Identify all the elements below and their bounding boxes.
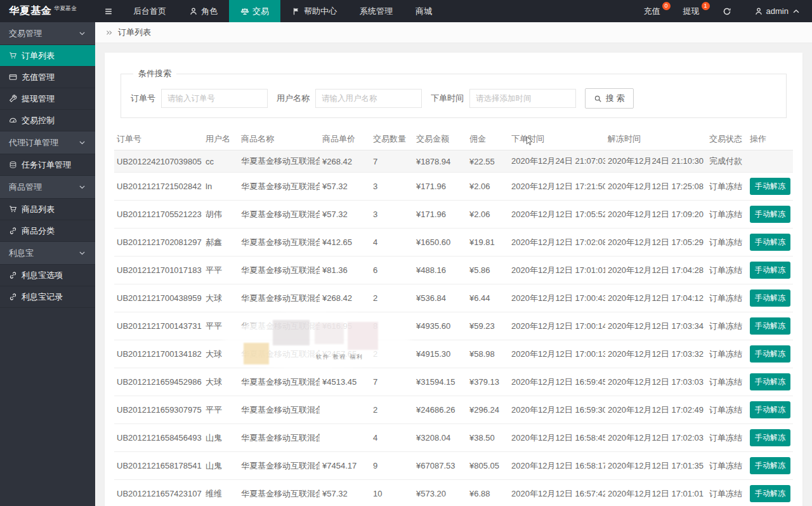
cell-quantity: 2 xyxy=(370,340,414,368)
unfreeze-button[interactable]: 手动解冻 xyxy=(750,178,790,195)
cell-amount: ¥536.84 xyxy=(414,284,467,312)
table-row: UB2012121701017183平平华夏基金移动互联混合¥81.366¥48… xyxy=(114,256,793,284)
order-time-input[interactable] xyxy=(469,89,576,108)
sidebar-item-product-list-label: 商品列表 xyxy=(22,204,55,215)
nav-item-help-center[interactable]: 帮助中心 xyxy=(280,0,348,22)
username-input[interactable] xyxy=(315,89,422,108)
sidebar-item-withdraw-management[interactable]: 提现管理 xyxy=(0,88,95,110)
cell-quantity: 7 xyxy=(370,150,414,173)
cell-unit-price: ¥57.32 xyxy=(320,201,370,229)
cell-commission: ¥6.88 xyxy=(467,480,509,506)
column-header: 用户名 xyxy=(203,128,239,150)
card-icon xyxy=(9,73,17,81)
cell-unit-price: ¥81.36 xyxy=(320,256,370,284)
cell-status: 订单冻结 xyxy=(707,229,747,256)
chevron-down-icon xyxy=(78,183,86,191)
cell-quantity: 4 xyxy=(370,424,414,452)
cell-unfreeze-time: 2020年12月12日 17:01:01 xyxy=(605,480,707,506)
unfreeze-button[interactable]: 手动解冻 xyxy=(750,457,790,474)
cell-product-name: 华夏基金移动互联混合 xyxy=(239,480,320,506)
refresh-button[interactable] xyxy=(711,0,743,22)
cell-commission: ¥5.86 xyxy=(467,256,509,284)
cell-unfreeze-time: 2020年12月12日 17:03:34 xyxy=(605,312,707,340)
sidebar-item-order-list[interactable]: 订单列表 xyxy=(0,45,95,67)
search-icon xyxy=(594,95,602,103)
navbar-right: 充值0提现1admin xyxy=(632,0,812,22)
cell-username: 大球 xyxy=(203,340,239,368)
nav-item-trade[interactable]: 交易 xyxy=(229,0,280,22)
cell-product-name: 华夏基金移动互联混合 xyxy=(239,173,320,201)
sidebar-group-lixibao-label: 利息宝 xyxy=(9,248,34,259)
unfreeze-button[interactable]: 手动解冻 xyxy=(750,401,790,418)
column-header: 交易状态 xyxy=(707,128,747,150)
cell-amount: ¥573.20 xyxy=(414,480,467,506)
main-content: 订单列表 条件搜索 订单号 用户名称 下单时间 搜 索 xyxy=(95,22,812,506)
sidebar-item-lixibao-records[interactable]: 利息宝记录 xyxy=(0,286,95,308)
unfreeze-button[interactable]: 手动解冻 xyxy=(750,290,790,307)
sidebar-group-lixibao[interactable]: 利息宝 xyxy=(0,242,95,265)
cell-quantity: 8 xyxy=(370,312,414,340)
nav-item-withdraw-badge: 1 xyxy=(702,2,710,10)
nav-item-system[interactable]: 系统管理 xyxy=(348,0,404,22)
nav-item-home[interactable]: 后台首页 xyxy=(122,0,178,22)
nav-item-mall-label: 商城 xyxy=(416,6,432,17)
sidebar-item-lixibao-options[interactable]: 利息宝选项 xyxy=(0,265,95,286)
sidebar-item-recharge-management[interactable]: 充值管理 xyxy=(0,67,95,88)
cell-commission: ¥58.98 xyxy=(467,340,509,368)
cell-product-name: 华夏基金移动互联混合 xyxy=(239,229,320,256)
nav-item-roles[interactable]: 角色 xyxy=(178,0,229,22)
cell-status: 订单冻结 xyxy=(707,340,747,368)
cell-status: 订单冻结 xyxy=(707,284,747,312)
unfreeze-button[interactable]: 手动解冻 xyxy=(750,485,790,502)
cell-amount: ¥488.16 xyxy=(414,256,467,284)
unfreeze-button[interactable]: 手动解冻 xyxy=(750,317,790,335)
unfreeze-button[interactable]: 手动解冻 xyxy=(750,345,790,363)
nav-item-recharge[interactable]: 充值0 xyxy=(632,0,672,22)
user-icon xyxy=(189,7,198,16)
unfreeze-button[interactable]: 手动解冻 xyxy=(750,234,790,251)
admin-menu[interactable]: admin xyxy=(743,0,812,22)
cell-username: 山鬼 xyxy=(203,452,239,480)
cell-username: cc xyxy=(203,150,239,173)
cart-icon xyxy=(9,205,17,213)
cell-unfreeze-time: 2020年12月12日 17:25:08 xyxy=(605,173,707,201)
unfreeze-button[interactable]: 手动解冻 xyxy=(750,373,790,390)
sidebar-item-product-list[interactable]: 商品列表 xyxy=(0,199,95,220)
sidebar-group-trade-management[interactable]: 交易管理 xyxy=(0,22,95,45)
sidebar-group-product-management-label: 商品管理 xyxy=(9,182,42,193)
cell-action: 手动解冻 xyxy=(747,173,793,201)
cell-order-time: 2020年12月12日 17:01:01 xyxy=(509,256,605,284)
sidebar-item-withdraw-management-label: 提现管理 xyxy=(22,93,55,105)
sidebar-group-agent-order-management[interactable]: 代理订单管理 xyxy=(0,131,95,154)
search-button[interactable]: 搜 索 xyxy=(585,88,634,109)
order-id-input[interactable] xyxy=(161,89,268,108)
cell-action: 手动解冻 xyxy=(747,229,793,256)
nav-item-mall[interactable]: 商城 xyxy=(404,0,443,22)
table-row: UB2012121700143731平平华夏基金移动互联混合¥616.958¥4… xyxy=(114,312,793,340)
cell-quantity: 3 xyxy=(370,173,414,201)
cell-username: 大球 xyxy=(203,368,239,396)
refresh-icon xyxy=(723,7,731,16)
coins-icon xyxy=(9,161,17,169)
nav-item-withdraw[interactable]: 提现1 xyxy=(672,0,711,22)
cell-order-time: 2020年12月12日 17:02:08 xyxy=(509,229,605,256)
nav-item-trade-label: 交易 xyxy=(252,6,269,17)
breadcrumb-label: 订单列表 xyxy=(118,27,151,38)
table-row: UB2012121700438959大球华夏基金移动互联混合¥268.422¥5… xyxy=(114,284,793,312)
unfreeze-button[interactable]: 手动解冻 xyxy=(750,429,790,446)
sidebar-group-product-management[interactable]: 商品管理 xyxy=(0,176,95,199)
cell-order-id: UB2012121659452986 xyxy=(114,368,203,396)
sidebar-item-task-order-management[interactable]: 任务订单管理 xyxy=(0,154,95,176)
unfreeze-button[interactable]: 手动解冻 xyxy=(750,262,790,279)
unfreeze-button[interactable]: 手动解冻 xyxy=(750,206,790,223)
table-row: UB2012121659307975平平华夏基金移动互联混合2¥24686.26… xyxy=(114,396,793,424)
hamburger-menu-icon[interactable] xyxy=(95,0,122,22)
scales-icon xyxy=(240,7,249,16)
sidebar-item-product-category[interactable]: 商品分类 xyxy=(0,220,95,242)
cell-product-name: 华夏基金移动互联混合 xyxy=(239,452,320,480)
sidebar-item-trade-control[interactable]: 交易控制 xyxy=(0,110,95,131)
cell-commission: ¥6.44 xyxy=(467,284,509,312)
table-row: UB2012242107039805cc华夏基金移动互联混合¥268.427¥1… xyxy=(114,150,793,173)
sidebar-item-lixibao-records-label: 利息宝记录 xyxy=(22,291,63,303)
cell-order-id: UB2012121700134182 xyxy=(114,340,203,368)
